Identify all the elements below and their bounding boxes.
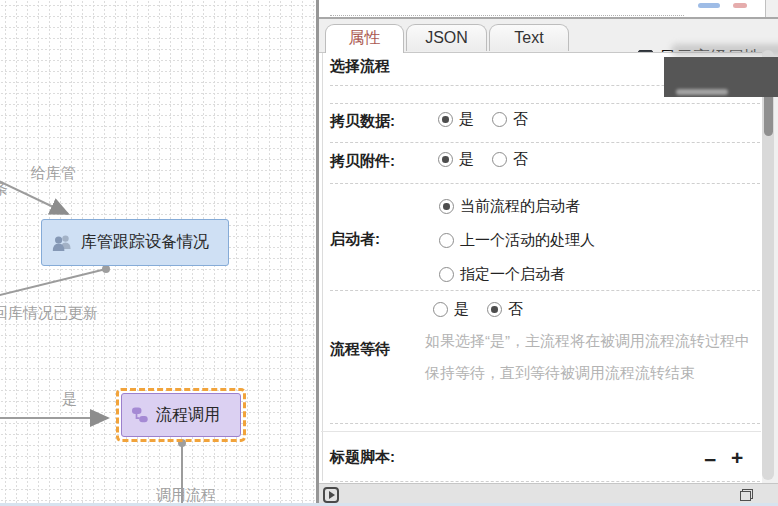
radio-process-wait-yes[interactable] xyxy=(433,302,448,317)
font-increase-button[interactable]: + xyxy=(731,447,743,468)
edge-return-updated xyxy=(0,269,106,298)
font-decrease-button[interactable]: − xyxy=(704,449,716,470)
row-divider xyxy=(330,290,760,291)
select-flow-label: 选择流程 xyxy=(330,57,390,76)
tab-text[interactable]: Text xyxy=(489,24,569,51)
copy-attachment-options: 是 否 xyxy=(438,150,528,169)
run-script-icon[interactable] xyxy=(323,487,339,503)
edge-connection-dot xyxy=(102,265,110,273)
selected-flow-value-redacted[interactable] xyxy=(664,57,778,97)
edge-label-return-updated: 回库情况已更新 xyxy=(0,304,98,323)
radio-initiator-current-label[interactable]: 当前流程的启动者 xyxy=(460,197,580,216)
flow-canvas[interactable]: 条 给库管 回库情况已更新 是 调用流程 库管跟踪设备情况 流程调用 xyxy=(0,0,316,506)
node-track-device[interactable]: 库管跟踪设备情况 xyxy=(41,219,229,266)
radio-copy-attachment-no[interactable] xyxy=(492,152,507,167)
cutoff-red-button xyxy=(733,3,747,8)
users-icon xyxy=(51,233,74,253)
cutoff-blue-button xyxy=(698,3,720,8)
initiator-option-3: 指定一个启动者 xyxy=(439,265,565,284)
title-script-label: 标题脚本: xyxy=(330,448,395,467)
radio-copy-attachment-yes-label[interactable]: 是 xyxy=(459,150,474,169)
panel-scrollbar[interactable] xyxy=(762,50,774,480)
radio-copy-attachment-yes[interactable] xyxy=(438,152,453,167)
radio-initiator-previous[interactable] xyxy=(439,233,454,248)
panel-top-strip xyxy=(319,0,765,17)
edge-label-partial: 条 xyxy=(0,180,8,199)
process-wait-options: 是 否 xyxy=(433,300,523,319)
scroll-area-bottom-edge xyxy=(321,431,761,432)
row-divider xyxy=(330,423,760,424)
app-window: 条 给库管 回库情况已更新 是 调用流程 库管跟踪设备情况 流程调用 xyxy=(0,0,778,506)
radio-initiator-specified-label[interactable]: 指定一个启动者 xyxy=(460,265,565,284)
copy-attachment-label: 拷贝附件: xyxy=(330,152,395,171)
copy-data-options: 是 否 xyxy=(438,110,528,129)
cutoff-panel-border xyxy=(765,0,766,17)
radio-process-wait-no[interactable] xyxy=(487,302,502,317)
radio-copy-data-no[interactable] xyxy=(492,112,507,127)
cutoff-field-edge xyxy=(330,0,684,16)
tab-json[interactable]: JSON xyxy=(406,24,487,51)
node-process-call-label: 流程调用 xyxy=(156,405,220,426)
radio-process-wait-yes-label[interactable]: 是 xyxy=(454,300,469,319)
redacted-text-remnant xyxy=(676,89,728,95)
initiator-option-1: 当前流程的启动者 xyxy=(439,197,580,216)
restore-window-icon[interactable] xyxy=(740,489,753,501)
tab-properties[interactable]: 属性 xyxy=(325,24,404,53)
initiator-option-2: 上一个活动的处理人 xyxy=(439,231,595,250)
content-left-border xyxy=(322,53,323,481)
process-wait-hint: 如果选择“是”，主流程将在被调用流程流转过程中保持等待，直到等待被调用流程流转结… xyxy=(425,325,761,389)
radio-copy-data-yes[interactable] xyxy=(438,112,453,127)
row-divider xyxy=(330,142,760,143)
properties-panel: 属性 JSON Text 显示高级属性 选择流程 选择流程 拷贝数据: 是 否 xyxy=(319,0,778,506)
node-process-call-selection[interactable]: 流程调用 xyxy=(116,388,246,442)
edge-label-yes: 是 xyxy=(62,390,77,409)
radio-copy-data-no-label[interactable]: 否 xyxy=(513,110,528,129)
row-divider xyxy=(330,481,760,482)
subprocess-icon xyxy=(131,406,149,424)
radio-copy-data-yes-label[interactable]: 是 xyxy=(459,110,474,129)
process-wait-label: 流程等待 xyxy=(330,340,390,359)
radio-copy-attachment-no-label[interactable]: 否 xyxy=(513,150,528,169)
copy-data-label: 拷贝数据: xyxy=(330,112,395,131)
radio-initiator-previous-label[interactable]: 上一个活动的处理人 xyxy=(460,231,595,250)
row-divider xyxy=(330,103,760,104)
radio-initiator-current[interactable] xyxy=(439,199,454,214)
initiator-label: 启动者: xyxy=(330,230,380,249)
node-process-call[interactable]: 流程调用 xyxy=(121,393,241,437)
row-divider xyxy=(330,183,760,184)
node-track-device-label: 库管跟踪设备情况 xyxy=(81,232,209,253)
radio-process-wait-no-label[interactable]: 否 xyxy=(508,300,523,319)
edge-label-give-keeper: 给库管 xyxy=(31,164,76,183)
radio-initiator-specified[interactable] xyxy=(439,267,454,282)
